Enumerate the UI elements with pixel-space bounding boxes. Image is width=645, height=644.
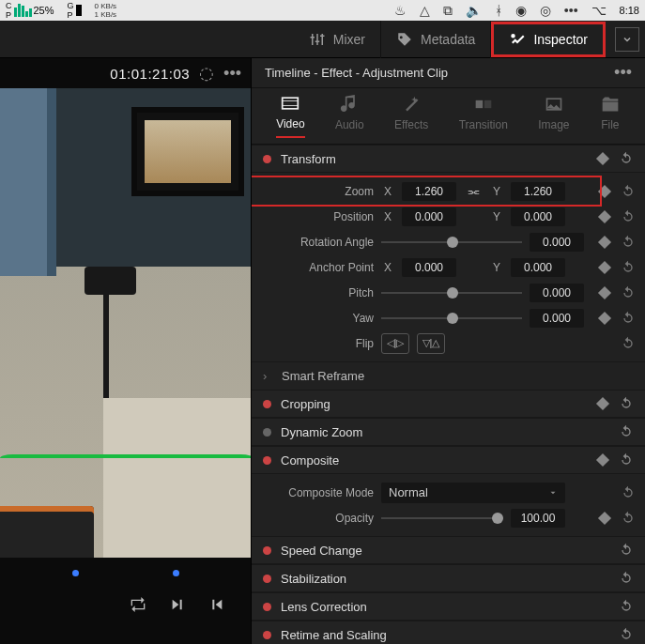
rotation-slider[interactable] — [381, 233, 522, 252]
more-icon[interactable]: ••• — [564, 3, 578, 18]
menubar-clock[interactable]: 8:18 — [620, 5, 639, 16]
section-composite[interactable]: Composite — [252, 446, 645, 474]
reset-icon[interactable] — [621, 311, 636, 326]
rotation-row: Rotation Angle 0.000 — [252, 229, 636, 254]
transition-icon — [473, 95, 494, 114]
tab-effects[interactable]: Effects — [394, 95, 428, 137]
composite-mode-select[interactable]: Normal — [381, 483, 565, 503]
wifi-icon[interactable]: ◉ — [515, 3, 527, 18]
yaw-slider[interactable] — [381, 309, 522, 328]
tag-icon — [396, 31, 413, 48]
tab-image[interactable]: Image — [538, 95, 569, 137]
anchor-y-input[interactable]: 0.000 — [511, 258, 565, 277]
keyframe-icon[interactable] — [598, 511, 611, 524]
section-smart-reframe[interactable]: ›Smart Reframe — [252, 361, 645, 390]
reset-icon[interactable] — [619, 599, 634, 614]
zoom-y-input[interactable]: 1.260 — [511, 182, 565, 201]
enable-dot[interactable] — [263, 631, 271, 639]
reset-icon[interactable] — [619, 543, 634, 558]
reset-icon[interactable] — [621, 235, 636, 250]
reset-icon[interactable] — [619, 452, 634, 468]
enable-dot[interactable] — [263, 400, 271, 408]
file-icon — [600, 95, 621, 114]
section-cropping[interactable]: Cropping — [252, 390, 645, 418]
marker-icon[interactable] — [173, 570, 179, 576]
next-frame-icon[interactable] — [168, 597, 187, 612]
enable-dot[interactable] — [263, 456, 271, 465]
section-stabilization[interactable]: Stabilization — [252, 564, 645, 592]
tab-file[interactable]: File — [600, 95, 621, 137]
triangle-icon[interactable]: △ — [420, 3, 430, 18]
keyframe-icon[interactable] — [598, 209, 611, 222]
expand-button[interactable] — [615, 27, 639, 52]
pitch-slider[interactable] — [381, 284, 522, 302]
metadata-button[interactable]: Metadata — [381, 21, 491, 58]
control-center-icon[interactable]: ⌥ — [591, 3, 607, 18]
link-icon[interactable]: ⫘ — [464, 184, 483, 199]
rotation-input[interactable]: 0.000 — [530, 233, 584, 252]
section-retime-scaling[interactable]: Retime and Scaling — [252, 621, 645, 644]
keyframe-icon[interactable] — [598, 235, 611, 248]
section-lens-correction[interactable]: Lens Correction — [252, 592, 645, 621]
section-transform[interactable]: Transform — [252, 145, 645, 173]
reset-icon[interactable] — [621, 485, 636, 500]
zoom-x-input[interactable]: 1.260 — [402, 182, 456, 201]
reset-icon[interactable] — [619, 627, 634, 642]
keyframe-icon[interactable] — [598, 260, 611, 273]
reset-icon[interactable] — [619, 571, 634, 586]
reset-icon[interactable] — [619, 151, 634, 166]
section-dynamic-zoom[interactable]: Dynamic Zoom — [252, 418, 645, 446]
loop-icon[interactable] — [129, 597, 147, 612]
circle-icon[interactable]: ◎ — [540, 3, 551, 18]
bypass-icon[interactable]: ◌ — [199, 63, 214, 84]
inspector-button[interactable]: Inspector — [491, 22, 606, 57]
opacity-slider[interactable] — [381, 509, 503, 528]
bluetooth-icon[interactable]: ᚼ — [495, 3, 502, 18]
keyframe-icon[interactable] — [598, 184, 611, 197]
video-viewer[interactable] — [0, 88, 251, 558]
reset-icon[interactable] — [621, 285, 636, 300]
flame-icon[interactable]: ♨ — [394, 3, 407, 18]
inspector-options[interactable]: ••• — [614, 63, 632, 83]
volume-icon[interactable]: 🔈 — [466, 3, 482, 18]
dropbox-icon[interactable]: ⧉ — [443, 3, 453, 19]
yaw-input[interactable]: 0.000 — [530, 309, 584, 328]
viewer-options[interactable]: ••• — [223, 64, 241, 84]
timecode[interactable]: 01:01:21:03 — [110, 66, 190, 82]
section-speed-change[interactable]: Speed Change — [252, 536, 645, 564]
chevron-down-icon — [548, 488, 558, 498]
keyframe-icon[interactable] — [596, 397, 609, 410]
position-y-input[interactable]: 0.000 — [511, 207, 565, 226]
pitch-input[interactable]: 0.000 — [530, 284, 584, 302]
tab-video[interactable]: Video — [276, 94, 304, 138]
pitch-row: Pitch 0.000 — [252, 280, 636, 305]
keyframe-icon[interactable] — [598, 311, 611, 324]
enable-dot[interactable] — [263, 575, 271, 583]
opacity-input[interactable]: 100.00 — [511, 509, 565, 528]
keyframe-icon[interactable] — [596, 152, 609, 165]
enable-dot[interactable] — [263, 603, 271, 611]
anchor-x-input[interactable]: 0.000 — [402, 258, 456, 277]
keyframe-icon[interactable] — [598, 285, 611, 299]
keyframe-icon[interactable] — [596, 453, 609, 467]
flip-horizontal-button[interactable]: ◁|▷ — [381, 333, 409, 354]
reset-icon[interactable] — [621, 209, 636, 224]
flip-vertical-button[interactable]: ▽|△ — [417, 333, 445, 354]
reset-icon[interactable] — [619, 424, 634, 439]
video-icon — [280, 94, 300, 113]
reset-icon[interactable] — [621, 511, 636, 526]
position-x-input[interactable]: 0.000 — [402, 207, 456, 226]
reset-icon[interactable] — [621, 260, 636, 275]
mixer-button[interactable]: Mixer — [294, 21, 381, 58]
mini-timeline[interactable] — [0, 558, 251, 588]
prev-frame-icon[interactable] — [207, 597, 226, 612]
reset-icon[interactable] — [621, 184, 636, 199]
enable-dot[interactable] — [263, 428, 271, 437]
marker-icon[interactable] — [72, 570, 79, 576]
enable-dot[interactable] — [263, 155, 271, 163]
tab-transition[interactable]: Transition — [459, 95, 508, 137]
enable-dot[interactable] — [263, 546, 271, 555]
reset-icon[interactable] — [619, 396, 634, 411]
tab-audio[interactable]: Audio — [335, 95, 364, 137]
reset-icon[interactable] — [621, 336, 636, 351]
